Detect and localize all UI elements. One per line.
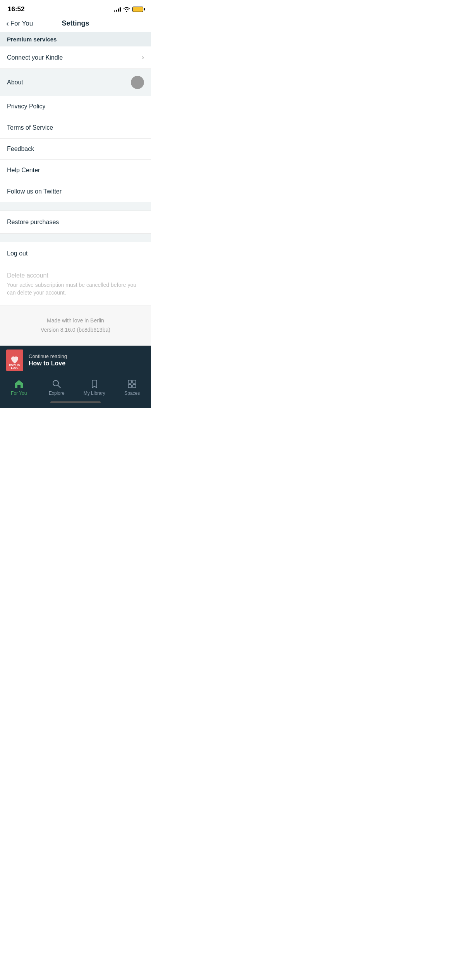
chevron-right-icon: › [142,53,144,62]
section-divider-1 [0,202,151,211]
premium-services-section: Premium services [0,32,151,46]
delete-account-section: Delete account Your active subscription … [0,265,151,305]
bottom-nav: For You Explore My Library [0,375,151,398]
nav-item-explore[interactable]: Explore [38,379,76,396]
continue-reading-label: Continue reading [29,353,145,359]
section-divider-2 [0,234,151,242]
back-chevron-icon: ‹ [6,19,9,28]
status-time: 16:52 [8,5,24,13]
status-icons [114,7,143,12]
svg-line-1 [58,385,61,388]
book-title-area: Continue reading How to Love [29,353,145,367]
back-button[interactable]: ‹ For You [6,19,33,28]
settings-list: Privacy Policy Terms of Service Feedback… [0,96,151,202]
svg-rect-2 [128,380,131,383]
privacy-policy-label: Privacy Policy [7,103,46,110]
about-section: About [0,69,151,96]
twitter-item[interactable]: Follow us on Twitter [0,181,151,202]
help-center-item[interactable]: Help Center [0,160,151,181]
page-header: ‹ For You Settings [0,16,151,32]
twitter-label: Follow us on Twitter [7,188,62,195]
nav-label-my-library: My Library [84,391,105,396]
restore-label: Restore purchases [7,219,59,225]
logout-item[interactable]: Log out [0,242,151,265]
nav-item-spaces[interactable]: Spaces [113,379,151,396]
nav-label-spaces: Spaces [124,391,140,396]
home-icon [14,379,24,389]
feedback-label: Feedback [7,146,34,152]
terms-label: Terms of Service [7,124,53,131]
home-bar [50,401,101,403]
svg-rect-4 [128,385,131,388]
status-bar: 16:52 [0,0,151,16]
continue-reading-bar[interactable]: HOW TO LOVE Continue reading How to Love [0,346,151,375]
footer-line1: Made with love in Berlin [7,316,144,326]
home-indicator [0,398,151,408]
privacy-policy-item[interactable]: Privacy Policy [0,96,151,117]
bookmark-icon [89,379,100,389]
footer-line2: Version 8.16.0 (bc8db613ba) [7,326,144,335]
restore-purchases-item[interactable]: Restore purchases [0,211,151,234]
logout-label: Log out [7,250,27,257]
battery-icon [132,7,143,12]
delete-account-title: Delete account [7,272,144,279]
signal-icon [114,7,121,12]
nav-label-explore: Explore [49,391,65,396]
nav-item-for-you[interactable]: For You [0,379,38,396]
wifi-icon [123,7,130,12]
connect-kindle-item[interactable]: Connect your Kindle › [0,46,151,69]
svg-rect-5 [133,385,136,388]
connect-kindle-label: Connect your Kindle [7,54,63,61]
delete-account-subtitle: Your active subscription must be cancell… [7,281,144,296]
about-label: About [7,79,23,86]
version-footer: Made with love in Berlin Version 8.16.0 … [0,305,151,346]
back-label: For You [10,20,33,27]
feedback-item[interactable]: Feedback [0,139,151,160]
svg-rect-3 [133,380,136,383]
continue-reading-title: How to Love [29,360,145,367]
book-thumbnail: HOW TO LOVE [6,350,23,371]
search-icon [51,379,62,389]
spaces-icon [127,379,137,389]
about-toggle[interactable] [131,76,144,89]
nav-item-my-library[interactable]: My Library [76,379,113,396]
terms-item[interactable]: Terms of Service [0,117,151,139]
help-center-label: Help Center [7,167,40,174]
nav-label-for-you: For You [11,391,27,396]
page-title: Settings [62,19,89,27]
